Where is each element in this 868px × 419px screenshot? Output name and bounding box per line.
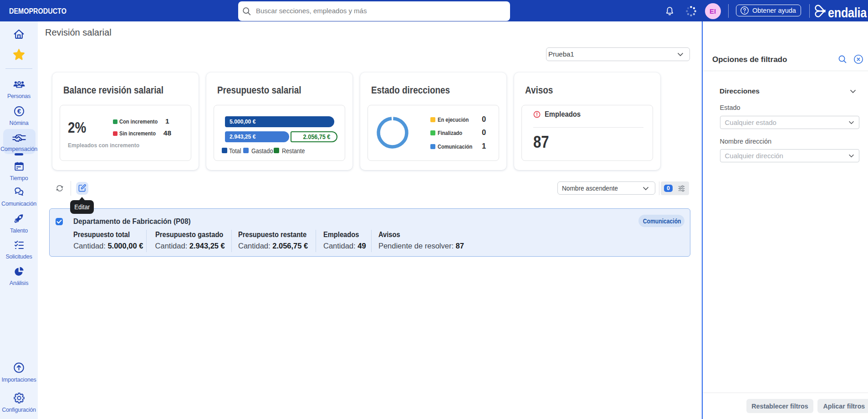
svg-text:€: € — [17, 108, 20, 115]
